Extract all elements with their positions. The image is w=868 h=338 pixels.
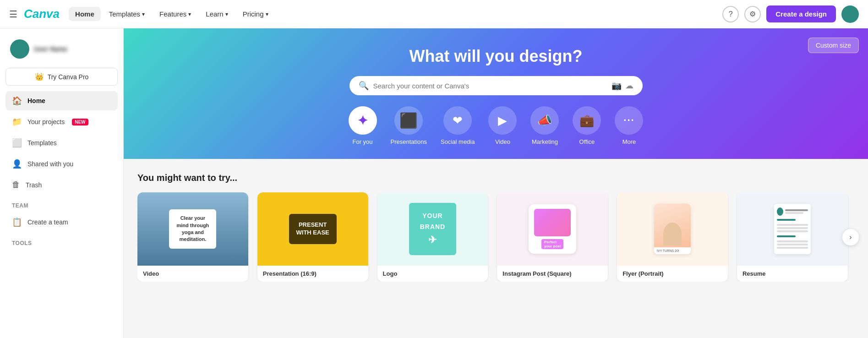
- hero-banner: Custom size What will you design? 🔍 📷 ☁ …: [124, 28, 868, 159]
- nav-home[interactable]: Home: [69, 7, 101, 21]
- search-input[interactable]: [373, 82, 607, 90]
- cards-scroll-right-button[interactable]: ›: [842, 229, 859, 245]
- card-label-resume: Resume: [737, 266, 848, 282]
- new-badge: NEW: [72, 119, 88, 125]
- card-label-presentation: Presentation (16:9): [257, 266, 368, 282]
- category-label-marketing: Marketing: [532, 138, 558, 145]
- marketing-icon: 📣: [530, 106, 559, 135]
- section-title: You might want to try...: [137, 173, 854, 183]
- help-button[interactable]: ?: [722, 6, 739, 22]
- hero-title: What will you design?: [137, 47, 854, 66]
- category-label-more: More: [622, 138, 636, 145]
- sidebar-item-trash[interactable]: 🗑 Trash: [5, 175, 118, 194]
- card-resume[interactable]: Resume: [737, 192, 848, 282]
- insta-card: Perfectyour post: [529, 204, 576, 254]
- topnav-right: ? ⚙ Create a design: [722, 5, 859, 23]
- canva-logo[interactable]: Canva: [24, 7, 60, 21]
- home-icon: 🏠: [12, 96, 22, 106]
- sidebar-username: User Name: [34, 45, 67, 53]
- sidebar-item-shared[interactable]: 👤 Shared with you: [5, 154, 118, 174]
- flyer-card: IVY TURNS 20!: [654, 204, 691, 254]
- category-label-office: Office: [579, 138, 595, 145]
- card-logo[interactable]: YOUR BRAND ✈ Logo: [377, 192, 488, 282]
- search-icon: 🔍: [359, 81, 369, 91]
- flyer-top: [654, 204, 691, 247]
- hero-categories: ✦ For you ⬛ Presentations ❤ Social media…: [137, 106, 854, 145]
- nav-learn[interactable]: Learn ▾: [199, 7, 234, 21]
- category-label-for-you: For you: [352, 138, 372, 145]
- pres-thumb-text: PRESENTWITH EASE: [289, 214, 337, 244]
- sidebar-item-templates[interactable]: ⬜ Templates: [5, 133, 118, 153]
- chevron-down-icon: ▾: [225, 11, 228, 17]
- card-thumb-logo: YOUR BRAND ✈: [377, 192, 488, 266]
- cards-row: Clear yourmind throughyoga andmeditation…: [137, 192, 854, 282]
- card-thumb-resume: [737, 192, 848, 266]
- app-layout: User Name 👑 Try Canva Pro 🏠 Home 📁 Your …: [0, 28, 868, 338]
- office-icon: 💼: [573, 106, 601, 135]
- sidebar-item-projects[interactable]: 📁 Your projects NEW: [5, 112, 118, 131]
- avatar[interactable]: [841, 5, 859, 23]
- category-for-you[interactable]: ✦ For you: [349, 106, 377, 145]
- category-more[interactable]: ··· More: [615, 106, 643, 145]
- card-thumb-video: Clear yourmind throughyoga andmeditation…: [137, 192, 248, 266]
- sidebar: User Name 👑 Try Canva Pro 🏠 Home 📁 Your …: [0, 28, 124, 338]
- sidebar-item-home[interactable]: 🏠 Home: [5, 91, 118, 110]
- presentations-icon: ⬛: [394, 106, 423, 135]
- resume-card: [774, 204, 811, 254]
- settings-button[interactable]: ⚙: [744, 6, 761, 22]
- upload-icon[interactable]: ☁: [625, 81, 633, 91]
- card-video[interactable]: Clear yourmind throughyoga andmeditation…: [137, 192, 248, 282]
- sidebar-user: User Name: [5, 36, 118, 62]
- category-label-presentations: Presentations: [391, 138, 427, 145]
- card-presentation[interactable]: PRESENTWITH EASE Presentation (16:9): [257, 192, 368, 282]
- hero-search-bar: 🔍 📷 ☁: [349, 76, 643, 95]
- search-right-icons: 📷 ☁: [611, 81, 633, 91]
- card-label-logo: Logo: [377, 266, 488, 282]
- logo-thumb-text: YOUR BRAND ✈: [409, 203, 457, 255]
- try-pro-button[interactable]: 👑 Try Canva Pro: [5, 68, 118, 86]
- category-video[interactable]: ▶ Video: [488, 106, 517, 145]
- team-section-title: Team: [5, 196, 118, 211]
- video-icon: ▶: [488, 106, 517, 135]
- card-instagram[interactable]: Perfectyour post Instagram Post (Square): [497, 192, 608, 282]
- nav-items: Home Templates ▾ Features ▾ Learn ▾ Pric…: [69, 7, 722, 21]
- trash-icon: 🗑: [12, 180, 20, 190]
- card-label-instagram: Instagram Post (Square): [497, 266, 608, 282]
- tools-section-title: Tools: [5, 234, 118, 248]
- sidebar-avatar: [10, 39, 29, 59]
- insta-badge-text: Perfectyour post: [541, 239, 563, 249]
- social-media-icon: ❤: [443, 106, 472, 135]
- for-you-icon: ✦: [349, 106, 377, 135]
- content-section: You might want to try... Clear yourmind …: [124, 159, 868, 295]
- sidebar-item-create-team[interactable]: 📋 Create a team: [5, 213, 118, 232]
- camera-icon[interactable]: 📷: [611, 81, 622, 91]
- more-icon: ···: [615, 106, 643, 135]
- templates-icon: ⬜: [12, 138, 22, 148]
- shared-icon: 👤: [12, 159, 22, 169]
- category-office[interactable]: 💼 Office: [573, 106, 601, 145]
- nav-features[interactable]: Features ▾: [153, 7, 197, 21]
- category-marketing[interactable]: 📣 Marketing: [530, 106, 559, 145]
- nav-templates[interactable]: Templates ▾: [103, 7, 151, 21]
- category-social-media[interactable]: ❤ Social media: [441, 106, 475, 145]
- card-label-flyer: Flyer (Portrait): [617, 266, 728, 282]
- video-thumb-text: Clear yourmind throughyoga andmeditation…: [169, 209, 216, 249]
- category-label-video: Video: [495, 138, 510, 145]
- hamburger-icon[interactable]: ☰: [9, 9, 17, 20]
- chevron-down-icon: ▾: [266, 11, 268, 17]
- category-presentations[interactable]: ⬛ Presentations: [391, 106, 427, 145]
- card-thumb-flyer: IVY TURNS 20!: [617, 192, 728, 266]
- nav-pricing[interactable]: Pricing ▾: [236, 7, 275, 21]
- top-navigation: ☰ Canva Home Templates ▾ Features ▾ Lear…: [0, 0, 868, 28]
- create-design-button[interactable]: Create a design: [766, 5, 836, 22]
- chevron-down-icon: ▾: [142, 11, 145, 17]
- create-team-icon: 📋: [12, 217, 22, 227]
- card-label-video: Video: [137, 266, 248, 282]
- card-thumb-instagram: Perfectyour post: [497, 192, 608, 266]
- card-flyer[interactable]: IVY TURNS 20! Flyer (Portrait): [617, 192, 728, 282]
- custom-size-button[interactable]: Custom size: [808, 38, 859, 53]
- chevron-down-icon: ▾: [188, 11, 191, 17]
- flyer-bottom-text: IVY TURNS 20!: [654, 247, 691, 254]
- card-thumb-presentation: PRESENTWITH EASE: [257, 192, 368, 266]
- crown-icon: 👑: [35, 72, 44, 81]
